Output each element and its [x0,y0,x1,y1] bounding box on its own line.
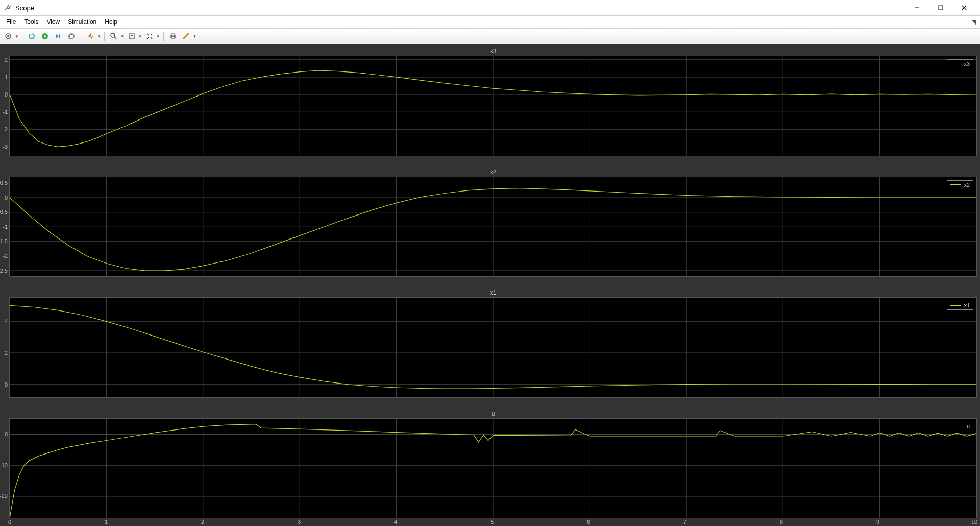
legend[interactable]: u [950,422,973,431]
maximize-button[interactable] [929,0,952,15]
y-tick-label: -2.5 [0,268,8,274]
dropdown-arrow-icon[interactable]: ▼ [15,34,19,39]
x-tick-label: 3 [298,519,301,525]
y-tick-label: 0 [5,195,8,201]
plot-area[interactable]: -3-2-1012x3 [9,56,977,156]
x-tick-label: 2 [201,519,204,525]
y-tick-label: 0 [5,381,8,388]
y-tick-label: -20 [0,493,8,499]
y-tick-label: 1 [5,74,8,80]
zoom-axes-button[interactable] [126,30,138,42]
matlab-icon [4,4,12,12]
legend-line-icon [953,426,964,426]
menubar: File Tools View Simulation Help ◥ [0,16,980,29]
menu-view[interactable]: View [42,17,64,27]
chart-x2[interactable]: x2-2.5-2-1.5-1-0.500.5x2 [9,168,977,277]
step-forward-button[interactable] [52,30,64,42]
chart-x3[interactable]: x3-3-2-1012x3 [9,46,977,156]
y-tick-label: 2 [5,350,8,356]
x-tick-label: 8 [780,519,783,525]
configuration-button[interactable] [2,30,14,42]
run-button[interactable] [39,30,51,42]
svg-rect-9 [70,35,73,38]
y-tick-label: -0.5 [0,209,8,215]
y-tick-label: 0 [5,91,8,98]
dropdown-arrow-icon[interactable]: ▼ [156,34,160,39]
close-button[interactable] [952,0,976,15]
svg-line-11 [114,37,116,39]
y-tick-label: 0 [5,431,8,437]
chart-title: x2 [9,168,977,177]
menu-file[interactable]: File [2,17,20,27]
print-button[interactable] [167,30,179,42]
svg-rect-15 [172,37,175,39]
legend-line-icon [950,184,961,185]
x-tick-label: 9 [876,519,879,525]
x-tick-label: 1 [105,519,108,525]
x-tick-label: 6 [587,519,590,525]
window-title: Scope [15,4,905,12]
x-tick-label: 5 [491,519,494,525]
scale-axes-button[interactable] [143,30,156,42]
menu-simulation[interactable]: Simulation [64,17,101,27]
toolbar: ▼ ▼ ▼ ▼ ▼ ▼ [0,29,980,44]
zoom-button[interactable] [108,30,120,42]
plot-area[interactable]: -20-100012345678910u [9,418,977,519]
y-tick-label: -2 [3,253,8,259]
y-tick-label: 4 [5,318,8,324]
restart-button[interactable] [26,30,38,42]
y-tick-label: 2 [5,57,8,63]
y-tick-label: -10 [0,462,8,468]
svg-rect-1 [939,6,943,10]
legend-label: x3 [964,61,970,67]
legend[interactable]: x3 [947,59,973,68]
y-tick-label: -1 [3,109,8,115]
svg-point-10 [111,33,115,37]
legend-line-icon [950,64,961,64]
x-tick-label: 7 [683,519,687,525]
stop-button[interactable] [65,30,78,42]
toolbar-separator [163,32,164,41]
legend-label: x2 [964,182,970,188]
y-tick-label: 0.5 [0,180,8,186]
y-tick-label: -2 [3,126,8,132]
menu-help[interactable]: Help [101,17,121,27]
x-tick-label: 0 [8,519,11,525]
x-tick-label: 10 [971,519,977,525]
dropdown-arrow-icon[interactable]: ▼ [138,34,142,39]
legend-label: x1 [964,302,970,308]
svg-point-5 [7,35,9,37]
toolbar-separator [104,32,105,41]
y-tick-label: -3 [3,144,8,150]
menu-tools[interactable]: Tools [20,17,42,27]
highlight-signal-button[interactable] [84,30,96,42]
svg-rect-14 [172,34,175,36]
plot-area[interactable]: 024x1 [9,297,977,398]
chart-title: x1 [9,288,977,297]
x-tick-label: 4 [394,519,397,525]
svg-rect-7 [59,34,60,38]
chart-title: u [9,409,977,418]
y-tick-label: -1.5 [0,238,8,244]
legend[interactable]: x1 [947,301,973,310]
legend-line-icon [950,305,961,306]
dropdown-arrow-icon[interactable]: ▼ [193,34,197,39]
dropdown-arrow-icon[interactable]: ▼ [120,34,125,39]
titlebar: Scope [0,0,980,16]
chart-u[interactable]: u-20-100012345678910u [9,409,977,519]
svg-rect-12 [129,34,134,39]
menubar-overflow-icon[interactable]: ◥ [969,17,978,27]
toolbar-separator [81,32,81,41]
plot-area[interactable]: -2.5-2-1.5-1-0.500.5x2 [9,177,977,277]
chart-x1[interactable]: x1024x1 [9,288,977,398]
dropdown-arrow-icon[interactable]: ▼ [97,34,101,39]
toolbar-separator [22,32,22,41]
minimize-button[interactable] [905,0,929,15]
chart-title: x3 [9,46,977,56]
legend-label: u [967,423,970,429]
measurements-button[interactable] [180,30,192,42]
y-tick-label: -1 [3,224,8,230]
legend[interactable]: x2 [947,180,973,189]
scope-display: x3-3-2-1012x3x2-2.5-2-1.5-1-0.500.5x2x10… [0,44,980,526]
